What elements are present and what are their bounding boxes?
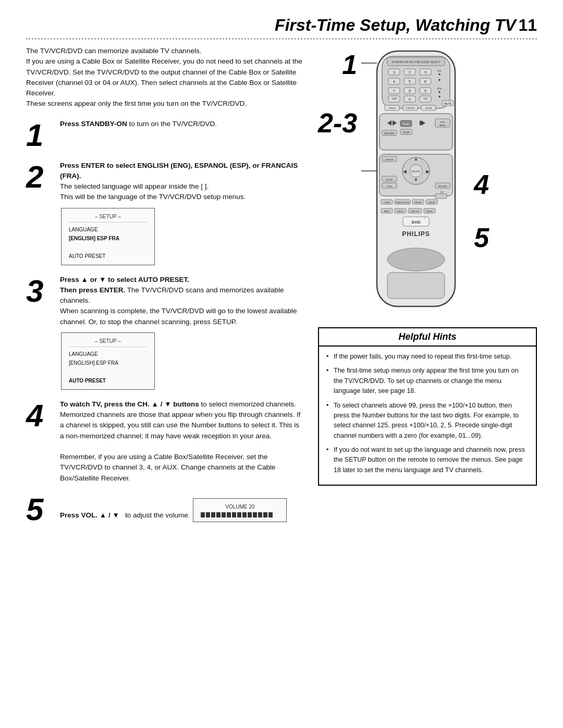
remote-svg: STANDBY/ON PICTURE SLEEP SELECT 1 2 3 CH… <box>361 46 471 317</box>
step-3-content: Press ▲ or ▼ to select AUTO PRESET. Then… <box>60 275 302 390</box>
screen-row-selected: [ENGLISH] ESP FRA <box>69 234 147 243</box>
helpful-hints-title: Helpful Hints <box>319 328 536 347</box>
intro-p2: If you are using a Cable Box or Satellit… <box>26 56 302 98</box>
page-header: First-Time Setup, Watching TV 11 <box>26 16 537 40</box>
main-layout: The TV/VCR/DVD can memorize available TV… <box>26 46 537 535</box>
svg-text:CLEAR: CLEAR <box>384 202 390 204</box>
svg-text:DISPLAY: DISPLAY <box>385 158 394 161</box>
step-2-content: Press ENTER to select ENGLISH (ENG), ESP… <box>60 161 302 265</box>
svg-text:MUTE: MUTE <box>444 102 452 105</box>
svg-text:MENU: MENU <box>439 124 446 127</box>
svg-text:7: 7 <box>393 89 395 93</box>
hint-1: If the power fails, you may need to repe… <box>326 352 529 362</box>
hint-3: To select channels above 99, press the +… <box>326 401 529 441</box>
step-5-number: 5 <box>26 494 55 525</box>
volume-segment <box>253 512 257 517</box>
svg-text:DISC: DISC <box>440 121 445 124</box>
svg-text:TITLE: TITLE <box>387 185 393 188</box>
svg-text:REPEAT: REPEAT <box>414 202 422 204</box>
helpful-hints-content: If the power fails, you may need to repe… <box>319 347 536 485</box>
svg-text:+10: +10 <box>423 97 427 100</box>
svg-text:▲: ▲ <box>438 90 442 93</box>
svg-text:ANGLE: ANGLE <box>426 211 433 213</box>
step-4: 4 To watch TV, press the CH. ▲ / ▼ butto… <box>26 399 302 484</box>
svg-text:▶: ▶ <box>426 169 430 174</box>
volume-label: VOLUME 20 <box>201 503 279 511</box>
step-2: 2 Press ENTER to select ENGLISH (ENG), E… <box>26 161 302 265</box>
svg-text:DVD: DVD <box>412 220 421 225</box>
svg-text:8: 8 <box>409 89 411 93</box>
hint-4: If you do not want to set up the languag… <box>326 445 529 475</box>
step-5-bold: Press VOL. ▲ / ▼ <box>60 511 119 519</box>
label-1: 1 <box>342 51 357 78</box>
page-title: First-Time Setup, Watching TV <box>275 16 516 34</box>
volume-segment <box>258 512 262 517</box>
svg-text:▼: ▼ <box>414 177 419 182</box>
page-container: First-Time Setup, Watching TV 11 The TV/… <box>0 0 563 728</box>
svg-text:SPEED: SPEED <box>388 107 396 109</box>
svg-text:PLAY: PLAY <box>403 122 410 126</box>
step-3-number: 3 <box>26 276 55 390</box>
volume-segment <box>222 512 226 517</box>
svg-text:PHILIPS: PHILIPS <box>402 230 430 238</box>
screen-row-blank <box>69 243 147 252</box>
right-column: 1 2-3 STANDBY/ON PICTURE SLEEP SELECT <box>318 46 537 535</box>
svg-text:SETUP: SETUP <box>386 178 393 181</box>
screen-mockup-vol: VOLUME 20 <box>193 498 287 522</box>
intro-p1: The TV/VCR/DVD can memorize available TV… <box>26 46 302 56</box>
svg-text:SEARCH MODE: SEARCH MODE <box>396 202 410 204</box>
svg-text:®: ® <box>424 217 426 219</box>
screen-row-blank2 <box>69 367 147 376</box>
svg-text:RECORD: RECORD <box>384 132 395 135</box>
screen-mockup-2: – SETUP – LANGUAGE [ENGLISH] ESP FRA AUT… <box>61 332 155 390</box>
step-3-bold: Press ▲ or ▼ to select AUTO PRESET. Then… <box>60 276 189 294</box>
step-4-number: 4 <box>26 400 55 484</box>
svg-text:A-B: A-B <box>440 191 444 193</box>
svg-text:▲: ▲ <box>438 72 442 76</box>
volume-bar <box>201 512 279 517</box>
svg-text:RETURN: RETURN <box>438 185 447 188</box>
remote-area: 1 2-3 STANDBY/ON PICTURE SLEEP SELECT <box>318 46 537 319</box>
step-1-content: Press STANDBY-ON to turn on the TV/VCR/D… <box>60 119 302 151</box>
screen-row-lang: LANGUAGE <box>69 350 147 359</box>
svg-text:ZOOM: ZOOM <box>425 107 432 109</box>
screen-mockup-2-title: – SETUP – <box>69 337 147 347</box>
svg-rect-95 <box>387 273 445 299</box>
svg-text:SUBTITLE: SUBTITLE <box>411 211 420 213</box>
svg-text:9: 9 <box>424 89 426 93</box>
label-5: 5 <box>474 224 489 251</box>
volume-segment <box>242 512 247 517</box>
intro-p3: These screens appear only the first time… <box>26 98 302 109</box>
step-2-number: 2 <box>26 162 55 265</box>
svg-text:ENTER: ENTER <box>412 170 421 173</box>
step-4-bold: To watch TV, press the CH. ▲ / ▼ buttons <box>60 400 199 408</box>
svg-text:STANDBY/ON  PICTURE  SLEEP  SE: STANDBY/ON PICTURE SLEEP SELECT <box>391 60 440 64</box>
screen-mockup-1-title: – SETUP – <box>69 213 147 223</box>
svg-text:▲: ▲ <box>414 156 419 162</box>
svg-text:AUDIO: AUDIO <box>398 211 403 213</box>
svg-text:+100: +100 <box>391 97 397 100</box>
helpful-hints-box: Helpful Hints If the power fails, you ma… <box>318 327 537 486</box>
svg-text:4: 4 <box>393 80 395 83</box>
svg-text:5: 5 <box>409 80 411 83</box>
volume-segment <box>201 512 205 517</box>
svg-rect-81 <box>435 194 447 199</box>
svg-text:0: 0 <box>409 97 411 101</box>
volume-segment <box>248 512 252 517</box>
volume-segment <box>237 512 241 517</box>
svg-text:REPEAT: REPEAT <box>428 202 436 204</box>
volume-segment <box>227 512 231 517</box>
volume-segment <box>263 512 267 517</box>
screen-row: LANGUAGE <box>69 225 147 234</box>
volume-segment <box>232 512 236 517</box>
left-column: The TV/VCR/DVD can memorize available TV… <box>26 46 302 535</box>
svg-text:▼: ▼ <box>438 78 442 82</box>
volume-segment <box>216 512 221 517</box>
step-3: 3 Press ▲ or ▼ to select AUTO PRESET. Th… <box>26 275 302 390</box>
step-1-number: 1 <box>26 120 55 151</box>
volume-segment <box>206 512 210 517</box>
remote-svg-container: STANDBY/ON PICTURE SLEEP SELECT 1 2 3 CH… <box>361 46 471 319</box>
step-5-content: Press VOL. ▲ / ▼ to adjust the volume. V… <box>60 493 302 525</box>
page-number: 11 <box>518 16 537 34</box>
step-4-content: To watch TV, press the CH. ▲ / ▼ buttons… <box>60 399 302 484</box>
